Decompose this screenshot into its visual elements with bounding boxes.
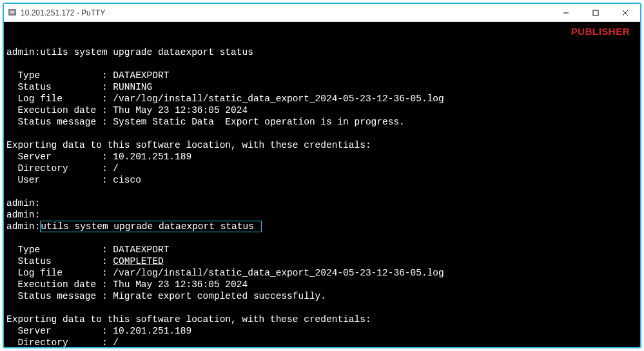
prompt: admin: xyxy=(6,47,40,57)
server-value: 10.201.251.189 xyxy=(113,152,191,162)
highlighted-command: utils system upgrade dataexport status xyxy=(40,221,261,232)
logfile-label: Log file xyxy=(17,94,63,104)
execdate-label: Execution date xyxy=(17,279,96,290)
putty-icon xyxy=(8,8,17,17)
type-value: DATAEXPORT xyxy=(113,245,169,255)
statusmsg-value: System Static Data Export operation is i… xyxy=(113,117,404,127)
close-button[interactable] xyxy=(610,4,640,22)
execdate-label: Execution date xyxy=(17,105,96,115)
logfile-value: /var/log/install/static_data_export_2024… xyxy=(113,94,444,104)
server-label: Server xyxy=(17,326,51,336)
execdate-value: Thu May 23 12:36:05 2024 xyxy=(113,105,248,115)
prompt: admin: xyxy=(6,210,40,220)
terminal-area[interactable]: PUBLISHER admin:utils system upgrade dat… xyxy=(4,22,640,347)
type-label: Type xyxy=(17,70,40,81)
user-label: User xyxy=(17,175,40,185)
status-label: Status xyxy=(17,256,51,266)
type-label: Type xyxy=(17,245,40,255)
directory-value: / xyxy=(113,163,119,174)
execdate-value: Thu May 23 12:36:05 2024 xyxy=(113,279,248,290)
export-heading: Exporting data to this software location… xyxy=(6,140,371,150)
publisher-badge: PUBLISHER xyxy=(571,26,630,37)
maximize-button[interactable] xyxy=(581,4,610,22)
status-value-completed: COMPLETED xyxy=(113,256,163,266)
putty-window: 10.201.251.172 - PuTTY PUBLISHER admin:u… xyxy=(3,3,641,348)
window-title: 10.201.251.172 - PuTTY xyxy=(21,8,105,17)
svg-rect-3 xyxy=(593,10,598,15)
statusmsg-label: Status message xyxy=(17,117,96,127)
status-label: Status xyxy=(17,82,51,92)
logfile-value: /var/log/install/static_data_export_2024… xyxy=(113,268,444,278)
command-text: utils system upgrade dataexport status xyxy=(40,47,253,57)
logfile-label: Log file xyxy=(17,268,63,278)
directory-label: Directory xyxy=(17,337,68,347)
export-heading: Exporting data to this software location… xyxy=(6,314,371,325)
server-label: Server xyxy=(17,152,51,162)
prompt: admin: xyxy=(6,221,40,232)
server-value: 10.201.251.189 xyxy=(113,326,191,336)
statusmsg-label: Status message xyxy=(17,291,96,301)
directory-value: / xyxy=(113,337,119,347)
directory-label: Directory xyxy=(17,163,68,174)
user-value: cisco xyxy=(113,175,141,185)
minimize-button[interactable] xyxy=(551,4,581,22)
status-value: RUNNING xyxy=(113,82,152,92)
prompt: admin: xyxy=(6,198,40,208)
statusmsg-value: Migrate export completed successfully. xyxy=(113,291,326,301)
type-value: DATAEXPORT xyxy=(113,70,169,81)
svg-rect-1 xyxy=(10,10,15,13)
titlebar: 10.201.251.172 - PuTTY xyxy=(4,4,640,22)
